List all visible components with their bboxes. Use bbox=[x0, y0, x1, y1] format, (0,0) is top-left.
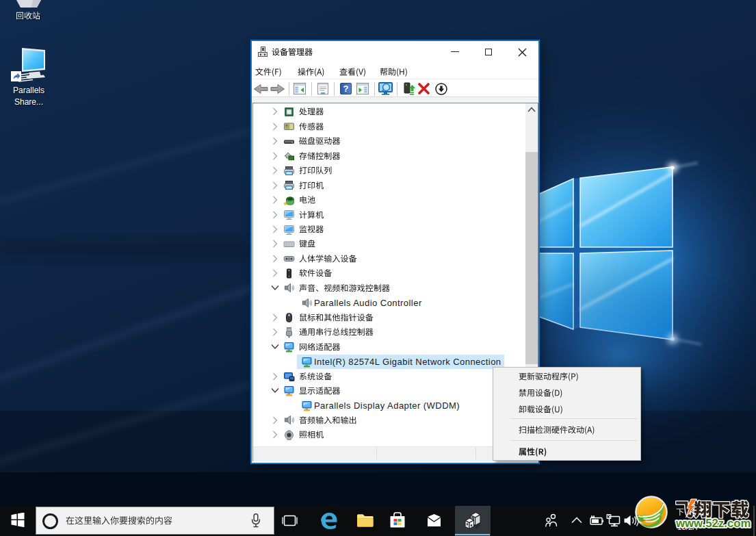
svg-text:www.52z.com: www.52z.com bbox=[675, 517, 751, 530]
svg-text:?: ? bbox=[343, 84, 349, 94]
